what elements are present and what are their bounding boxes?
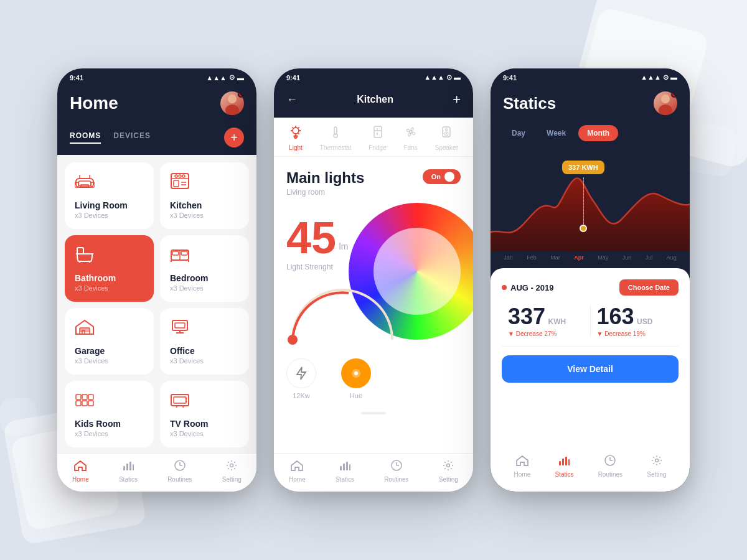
tab-speaker[interactable]: Speaker (435, 125, 458, 151)
room-card-bedroom[interactable]: Bedroom x3 Devices (160, 235, 249, 302)
signal-icon-k: ▲▲▲ (424, 73, 444, 81)
home-title: Home (70, 93, 118, 113)
home-nav-s (516, 455, 529, 469)
tab-thermostat[interactable]: Thermostat (320, 125, 352, 151)
stat-cost-main: 163 USD (597, 306, 673, 328)
nav-home-s[interactable]: Home (514, 455, 531, 478)
svg-rect-90 (559, 461, 561, 465)
tv-devices: x3 Devices (170, 430, 239, 437)
statics-title: Statics (503, 94, 556, 113)
svg-rect-14 (174, 180, 179, 187)
phone-kitchen: 9:41 ▲▲▲ ⊙ ▬ ← Kitchen + (274, 68, 473, 492)
svg-rect-37 (82, 394, 87, 399)
kids-name: Kids Room (75, 419, 144, 429)
light-display: 45 lm Light Strenght (274, 203, 473, 352)
svg-point-11 (175, 175, 177, 177)
svg-rect-43 (174, 397, 186, 403)
filter-day[interactable]: Day (503, 125, 534, 141)
filter-month[interactable]: Month (578, 125, 618, 141)
nav-statics-k[interactable]: Statics (336, 460, 354, 483)
svg-line-62 (298, 127, 299, 128)
tab-light[interactable]: Light (289, 125, 303, 151)
light-label: Light Strenght (286, 263, 348, 271)
nav-settings-label-1: Setting (222, 476, 242, 483)
tooltip-dot (580, 225, 587, 232)
room-card-office[interactable]: Office x3 Devices (160, 308, 249, 375)
tab-rooms[interactable]: ROOMS (70, 131, 101, 144)
control-bolt[interactable]: 12Kw (286, 358, 316, 399)
energy-unit: KWH (548, 317, 566, 326)
nav-routines-s[interactable]: Routines (598, 455, 622, 478)
tab-fans[interactable]: Fans (404, 125, 418, 151)
add-room-button[interactable]: + (224, 128, 244, 147)
room-card-living[interactable]: Living Room x3 Devices (65, 162, 154, 229)
light-unit: lm (339, 241, 349, 251)
wifi-icon-s: ⊙ (663, 73, 669, 81)
svg-rect-33 (175, 323, 185, 328)
kids-icon (75, 391, 144, 413)
tab-fridge[interactable]: Fridge (369, 125, 386, 151)
view-detail-button[interactable]: View Detail (502, 355, 679, 383)
tv-name: TV Room (170, 419, 239, 429)
svg-point-96 (655, 459, 658, 462)
filter-week[interactable]: Week (538, 125, 575, 141)
office-icon (170, 318, 239, 340)
bolt-button[interactable] (286, 358, 316, 388)
month-may: May (598, 254, 608, 261)
statics-nav-icon-s (558, 455, 570, 469)
statics-nav-icon (123, 460, 134, 474)
nav-routines-k[interactable]: Routines (384, 460, 408, 483)
bathroom-name: Bathroom (75, 273, 144, 283)
nav-home-label-s: Home (514, 471, 531, 478)
bolt-label: 12Kw (293, 392, 310, 399)
nav-routines-label-1: Routines (167, 476, 192, 483)
svg-point-1 (225, 105, 239, 115)
room-card-garage[interactable]: Garage x3 Devices (65, 308, 154, 375)
room-card-tv[interactable]: TV Room x3 Devices (160, 381, 249, 447)
cost-unit: USD (637, 317, 652, 326)
garage-name: Garage (75, 346, 144, 356)
status-bar-statics: 9:41 ▲▲▲ ⊙ ▬ (491, 68, 690, 85)
routines-nav-icon-k (391, 460, 402, 474)
svg-point-12 (179, 175, 181, 177)
nav-statics-home[interactable]: Statics (119, 460, 138, 483)
lights-toggle[interactable]: On (423, 169, 461, 184)
battery-icon: ▬ (237, 74, 244, 82)
nav-home[interactable]: Home (72, 460, 89, 483)
svg-rect-40 (82, 401, 87, 406)
room-card-bathroom[interactable]: Bathroom x3 Devices (65, 235, 154, 302)
avatar[interactable] (220, 91, 244, 115)
svg-point-87 (447, 464, 450, 467)
toggle-label: On (431, 173, 441, 180)
tab-devices[interactable]: DEVICES (113, 131, 151, 144)
room-card-kitchen[interactable]: Kitchen x3 Devices (160, 162, 249, 229)
nav-routines-home[interactable]: Routines (167, 460, 192, 483)
period-dot (502, 285, 507, 290)
arc-slider[interactable] (280, 284, 405, 346)
add-device-button[interactable]: + (453, 91, 461, 108)
cost-change: ▼ Decrease 19% (597, 330, 673, 337)
avatar-statics[interactable] (654, 91, 677, 115)
svg-rect-50 (129, 462, 131, 470)
nav-settings-s[interactable]: Setting (647, 455, 666, 478)
living-room-name: Living Room (75, 200, 144, 210)
nav-home-k[interactable]: Home (289, 460, 306, 483)
hue-button[interactable] (341, 358, 371, 388)
nav-settings-home[interactable]: Setting (222, 460, 242, 483)
status-icons-kitchen: ▲▲▲ ⊙ ▬ (424, 73, 461, 82)
period-text: AUG - 2019 (510, 283, 553, 292)
wifi-icon: ⊙ (229, 73, 235, 82)
room-card-kids[interactable]: Kids Room x3 Devices (65, 381, 154, 447)
control-hue[interactable]: Hue (341, 358, 371, 399)
main-lights-title: Main lights (286, 169, 364, 187)
back-button[interactable]: ← (286, 93, 298, 106)
nav-settings-k[interactable]: Setting (439, 460, 458, 483)
nav-statics-s[interactable]: Statics (555, 455, 573, 478)
svg-rect-24 (181, 251, 187, 255)
nav-routines-label-s: Routines (598, 471, 622, 478)
speaker-icon (439, 125, 453, 142)
thermostat-label: Thermostat (320, 144, 352, 151)
svg-point-78 (288, 335, 298, 345)
device-tabs: Light Thermostat (274, 118, 473, 157)
choose-date-button[interactable]: Choose Date (619, 279, 679, 296)
